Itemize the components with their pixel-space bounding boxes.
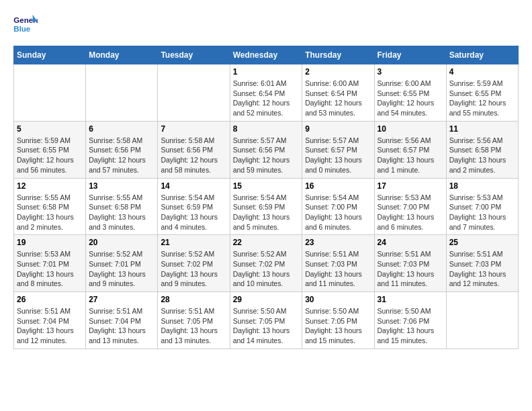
day-number: 9 [305, 124, 371, 134]
day-info: Sunrise: 6:00 AM Sunset: 6:55 PM Dayligh… [378, 79, 443, 118]
day-info: Sunrise: 5:59 AM Sunset: 6:55 PM Dayligh… [449, 79, 515, 118]
day-info: Sunrise: 6:01 AM Sunset: 6:54 PM Dayligh… [233, 79, 300, 118]
calendar-cell: 23Sunrise: 5:51 AM Sunset: 7:03 PM Dayli… [302, 235, 374, 292]
day-info: Sunrise: 5:58 AM Sunset: 6:56 PM Dayligh… [161, 136, 226, 175]
calendar-cell: 30Sunrise: 5:50 AM Sunset: 7:05 PM Dayli… [302, 292, 374, 349]
calendar-cell [86, 64, 158, 122]
calendar-week-4: 19Sunrise: 5:53 AM Sunset: 7:01 PM Dayli… [14, 235, 519, 292]
calendar-cell: 29Sunrise: 5:50 AM Sunset: 7:05 PM Dayli… [230, 292, 302, 349]
day-info: Sunrise: 5:50 AM Sunset: 7:05 PM Dayligh… [233, 306, 300, 346]
day-number: 29 [233, 295, 300, 304]
day-number: 4 [449, 67, 515, 77]
day-number: 23 [305, 238, 371, 247]
day-info: Sunrise: 5:50 AM Sunset: 7:06 PM Dayligh… [378, 306, 443, 346]
calendar-week-1: 1Sunrise: 6:01 AM Sunset: 6:54 PM Daylig… [14, 64, 519, 122]
day-number: 11 [449, 124, 515, 134]
day-info: Sunrise: 5:54 AM Sunset: 6:59 PM Dayligh… [161, 193, 226, 232]
calendar-week-2: 5Sunrise: 5:59 AM Sunset: 6:55 PM Daylig… [14, 121, 519, 178]
calendar-cell: 8Sunrise: 5:57 AM Sunset: 6:56 PM Daylig… [230, 121, 302, 178]
day-number: 14 [161, 181, 226, 191]
day-info: Sunrise: 5:58 AM Sunset: 6:56 PM Dayligh… [89, 136, 154, 175]
day-info: Sunrise: 6:00 AM Sunset: 6:54 PM Dayligh… [305, 79, 371, 118]
calendar-cell: 17Sunrise: 5:53 AM Sunset: 7:00 PM Dayli… [374, 178, 446, 235]
day-number: 8 [233, 124, 300, 134]
calendar-table: SundayMondayTuesdayWednesdayThursdayFrid… [13, 46, 519, 349]
day-number: 3 [378, 67, 443, 77]
day-number: 22 [233, 238, 300, 247]
calendar-cell: 1Sunrise: 6:01 AM Sunset: 6:54 PM Daylig… [230, 64, 302, 122]
day-number: 2 [305, 67, 371, 77]
day-info: Sunrise: 5:54 AM Sunset: 6:59 PM Dayligh… [233, 193, 300, 232]
day-number: 15 [233, 181, 300, 191]
calendar-cell [158, 64, 230, 122]
weekday-header-thursday: Thursday [302, 46, 374, 64]
calendar-cell [14, 64, 86, 122]
calendar-cell: 18Sunrise: 5:53 AM Sunset: 7:00 PM Dayli… [446, 178, 518, 235]
day-number: 7 [161, 124, 226, 134]
day-info: Sunrise: 5:51 AM Sunset: 7:04 PM Dayligh… [17, 306, 83, 346]
calendar-cell: 20Sunrise: 5:52 AM Sunset: 7:01 PM Dayli… [86, 235, 158, 292]
day-number: 26 [17, 295, 83, 304]
calendar-week-5: 26Sunrise: 5:51 AM Sunset: 7:04 PM Dayli… [14, 292, 519, 349]
day-info: Sunrise: 5:51 AM Sunset: 7:04 PM Dayligh… [89, 306, 154, 346]
day-number: 13 [89, 181, 154, 191]
page-header: General Blue [13, 13, 519, 35]
weekday-header-row: SundayMondayTuesdayWednesdayThursdayFrid… [14, 46, 519, 64]
calendar-cell: 31Sunrise: 5:50 AM Sunset: 7:06 PM Dayli… [374, 292, 446, 349]
day-number: 31 [378, 295, 443, 304]
calendar-cell: 2Sunrise: 6:00 AM Sunset: 6:54 PM Daylig… [302, 64, 374, 122]
day-info: Sunrise: 5:59 AM Sunset: 6:55 PM Dayligh… [17, 136, 83, 175]
day-number: 16 [305, 181, 371, 191]
day-info: Sunrise: 5:52 AM Sunset: 7:01 PM Dayligh… [89, 249, 154, 289]
calendar-cell: 15Sunrise: 5:54 AM Sunset: 6:59 PM Dayli… [230, 178, 302, 235]
calendar-cell: 26Sunrise: 5:51 AM Sunset: 7:04 PM Dayli… [14, 292, 86, 349]
calendar-cell: 16Sunrise: 5:54 AM Sunset: 7:00 PM Dayli… [302, 178, 374, 235]
calendar-cell: 9Sunrise: 5:57 AM Sunset: 6:57 PM Daylig… [302, 121, 374, 178]
day-number: 17 [378, 181, 443, 191]
day-number: 10 [378, 124, 443, 134]
weekday-header-saturday: Saturday [446, 46, 518, 64]
calendar-cell: 14Sunrise: 5:54 AM Sunset: 6:59 PM Dayli… [158, 178, 230, 235]
weekday-header-sunday: Sunday [14, 46, 86, 64]
day-info: Sunrise: 5:52 AM Sunset: 7:02 PM Dayligh… [233, 249, 300, 289]
calendar-cell: 13Sunrise: 5:55 AM Sunset: 6:58 PM Dayli… [86, 178, 158, 235]
calendar-cell: 28Sunrise: 5:51 AM Sunset: 7:05 PM Dayli… [158, 292, 230, 349]
calendar-cell: 21Sunrise: 5:52 AM Sunset: 7:02 PM Dayli… [158, 235, 230, 292]
day-number: 25 [449, 238, 515, 247]
calendar-week-3: 12Sunrise: 5:55 AM Sunset: 6:58 PM Dayli… [14, 178, 519, 235]
calendar-cell: 10Sunrise: 5:56 AM Sunset: 6:57 PM Dayli… [374, 121, 446, 178]
calendar-cell: 11Sunrise: 5:56 AM Sunset: 6:58 PM Dayli… [446, 121, 518, 178]
weekday-header-wednesday: Wednesday [230, 46, 302, 64]
calendar-cell [446, 292, 518, 349]
weekday-header-tuesday: Tuesday [158, 46, 230, 64]
day-number: 28 [161, 295, 226, 304]
svg-text:Blue: Blue [13, 25, 31, 33]
calendar-cell: 25Sunrise: 5:51 AM Sunset: 7:03 PM Dayli… [446, 235, 518, 292]
calendar-cell: 12Sunrise: 5:55 AM Sunset: 6:58 PM Dayli… [14, 178, 86, 235]
calendar-cell: 4Sunrise: 5:59 AM Sunset: 6:55 PM Daylig… [446, 64, 518, 122]
day-info: Sunrise: 5:51 AM Sunset: 7:03 PM Dayligh… [305, 249, 371, 289]
day-info: Sunrise: 5:56 AM Sunset: 6:58 PM Dayligh… [449, 136, 515, 175]
day-info: Sunrise: 5:55 AM Sunset: 6:58 PM Dayligh… [17, 193, 83, 232]
calendar-cell: 7Sunrise: 5:58 AM Sunset: 6:56 PM Daylig… [158, 121, 230, 178]
day-number: 1 [233, 67, 300, 77]
calendar-cell: 19Sunrise: 5:53 AM Sunset: 7:01 PM Dayli… [14, 235, 86, 292]
day-info: Sunrise: 5:53 AM Sunset: 7:00 PM Dayligh… [378, 193, 443, 232]
day-info: Sunrise: 5:51 AM Sunset: 7:05 PM Dayligh… [161, 306, 226, 346]
logo: General Blue [13, 13, 38, 35]
weekday-header-monday: Monday [86, 46, 158, 64]
day-info: Sunrise: 5:52 AM Sunset: 7:02 PM Dayligh… [161, 249, 226, 289]
day-number: 6 [89, 124, 154, 134]
day-number: 30 [305, 295, 371, 304]
calendar-cell: 6Sunrise: 5:58 AM Sunset: 6:56 PM Daylig… [86, 121, 158, 178]
day-info: Sunrise: 5:51 AM Sunset: 7:03 PM Dayligh… [449, 249, 515, 289]
calendar-cell: 3Sunrise: 6:00 AM Sunset: 6:55 PM Daylig… [374, 64, 446, 122]
day-info: Sunrise: 5:50 AM Sunset: 7:05 PM Dayligh… [305, 306, 371, 346]
calendar-cell: 27Sunrise: 5:51 AM Sunset: 7:04 PM Dayli… [86, 292, 158, 349]
day-number: 27 [89, 295, 154, 304]
calendar-cell: 24Sunrise: 5:51 AM Sunset: 7:03 PM Dayli… [374, 235, 446, 292]
day-info: Sunrise: 5:57 AM Sunset: 6:57 PM Dayligh… [305, 136, 371, 175]
day-number: 5 [17, 124, 83, 134]
day-info: Sunrise: 5:56 AM Sunset: 6:57 PM Dayligh… [378, 136, 443, 175]
calendar-cell: 22Sunrise: 5:52 AM Sunset: 7:02 PM Dayli… [230, 235, 302, 292]
